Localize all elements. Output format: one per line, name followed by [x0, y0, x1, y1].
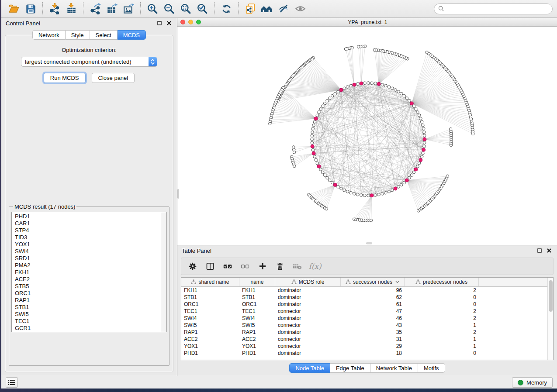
network-node[interactable] — [316, 114, 319, 117]
network-node[interactable] — [420, 155, 423, 158]
network-node[interactable] — [356, 83, 360, 86]
network-node[interactable] — [346, 86, 349, 89]
show-all-columns-button[interactable] — [222, 261, 233, 272]
network-node[interactable] — [419, 117, 422, 120]
network-node[interactable] — [319, 108, 322, 111]
network-node[interactable] — [381, 193, 384, 196]
network-node[interactable] — [363, 82, 367, 85]
mcds-list-scrollbar[interactable] — [161, 212, 166, 332]
network-edge[interactable] — [313, 185, 335, 199]
cell-shared-name[interactable]: STB1 — [181, 294, 239, 300]
network-edge[interactable] — [395, 96, 404, 189]
cell-successor-nodes[interactable]: 31 — [341, 336, 405, 342]
mcds-result-item[interactable]: ORC1 — [15, 290, 161, 297]
network-node[interactable] — [363, 194, 367, 197]
network-node[interactable] — [373, 48, 376, 52]
cell-shared-name[interactable]: TEC1 — [181, 308, 239, 314]
network-node[interactable] — [311, 138, 314, 141]
mcds-result-item[interactable]: ACE2 — [15, 276, 161, 283]
mcds-node[interactable] — [317, 165, 321, 168]
network-node[interactable] — [367, 194, 370, 197]
close-table-panel-button[interactable] — [546, 247, 553, 254]
network-edge[interactable] — [366, 196, 372, 220]
network-edge[interactable] — [270, 119, 316, 122]
cell-name[interactable]: ORC1 — [239, 301, 275, 307]
mcds-node[interactable] — [311, 144, 314, 148]
network-edge[interactable] — [360, 196, 372, 220]
cell-mcds-role[interactable]: connector — [275, 308, 341, 314]
mcds-node[interactable] — [333, 183, 337, 186]
cell-shared-name[interactable]: YOX1 — [181, 343, 239, 349]
network-edge[interactable] — [297, 71, 341, 90]
cell-shared-name[interactable]: RAP1 — [181, 329, 239, 335]
network-edge[interactable] — [323, 185, 335, 206]
cell-name[interactable]: FKH1 — [239, 287, 275, 293]
network-node[interactable] — [328, 179, 331, 182]
network-node[interactable] — [343, 189, 346, 192]
network-edge[interactable] — [412, 103, 471, 119]
save-session-button[interactable] — [22, 1, 39, 16]
network-node[interactable] — [415, 108, 418, 111]
table-row[interactable]: PHD1PHD1dominator180 — [181, 350, 547, 357]
cell-predecessor-nodes[interactable]: 2 — [405, 287, 479, 293]
network-node[interactable] — [269, 122, 272, 125]
network-node[interactable] — [446, 175, 449, 178]
network-node[interactable] — [321, 105, 324, 108]
global-search[interactable] — [434, 3, 553, 14]
mcds-result-item[interactable]: RAP1 — [15, 297, 161, 304]
network-node[interactable] — [423, 131, 426, 134]
network-edge[interactable] — [309, 185, 335, 195]
mcds-result-item[interactable]: GCR1 — [15, 325, 161, 332]
network-edge[interactable] — [425, 131, 451, 139]
table-scrollbar[interactable] — [547, 278, 553, 360]
network-node[interactable] — [315, 158, 318, 162]
network-node[interactable] — [323, 102, 326, 105]
cell-shared-name[interactable]: FKH1 — [181, 287, 239, 293]
window-minimize-icon[interactable] — [188, 20, 193, 24]
mcds-result-item[interactable]: PMA2 — [15, 262, 161, 269]
table-row[interactable]: SWI5SWI5connector431 — [181, 322, 547, 329]
mcds-result-item[interactable]: SWI4 — [15, 248, 161, 255]
network-edge[interactable] — [412, 93, 462, 103]
table-row[interactable]: SWI4SWI4dominator462 — [181, 315, 547, 322]
cell-predecessor-nodes[interactable]: 1 — [405, 336, 479, 342]
cell-successor-nodes[interactable]: 96 — [341, 287, 405, 293]
open-session-button[interactable] — [6, 1, 22, 16]
column-header-predecessor-nodes[interactable]: predecessor nodes — [405, 278, 479, 286]
network-window-titlebar[interactable]: YPA_prune.txt_1 — [177, 18, 557, 27]
network-node[interactable] — [387, 86, 391, 89]
network-node[interactable] — [293, 151, 296, 154]
mcds-node[interactable] — [414, 168, 418, 171]
import-network-button[interactable] — [46, 1, 63, 16]
mcds-result-item[interactable]: STB5 — [15, 283, 161, 290]
network-node[interactable] — [323, 174, 326, 177]
network-node[interactable] — [416, 165, 419, 168]
network-node[interactable] — [337, 186, 340, 189]
network-edge[interactable] — [317, 185, 335, 202]
network-node[interactable] — [311, 148, 315, 151]
network-edge[interactable] — [379, 57, 404, 84]
network-edge[interactable] — [270, 119, 316, 124]
mcds-result-item[interactable]: STB1 — [15, 304, 161, 311]
network-edge[interactable] — [354, 196, 372, 220]
network-edge[interactable] — [361, 46, 363, 83]
zoom-in-button[interactable] — [144, 1, 161, 16]
network-node[interactable] — [397, 90, 400, 93]
cell-shared-name[interactable]: ACE2 — [181, 336, 239, 342]
network-edge[interactable] — [425, 139, 451, 143]
cell-name[interactable]: TEC1 — [239, 308, 275, 314]
cell-mcds-role[interactable]: connector — [275, 343, 341, 349]
column-settings-button[interactable] — [187, 261, 198, 272]
float-table-panel-button[interactable] — [536, 247, 543, 254]
hide-panels-button[interactable] — [275, 1, 292, 16]
network-edge[interactable] — [362, 196, 372, 220]
table-row[interactable]: STB1STB1dominator620 — [181, 294, 547, 301]
network-node[interactable] — [400, 92, 403, 95]
cell-shared-name[interactable]: SWI5 — [181, 322, 239, 328]
tab-select[interactable]: Select — [90, 30, 118, 40]
cell-mcds-role[interactable]: dominator — [275, 287, 341, 293]
network-node[interactable] — [312, 124, 315, 127]
network-edge[interactable] — [280, 93, 316, 119]
network-node[interactable] — [343, 87, 346, 90]
network-node[interactable] — [334, 92, 337, 95]
